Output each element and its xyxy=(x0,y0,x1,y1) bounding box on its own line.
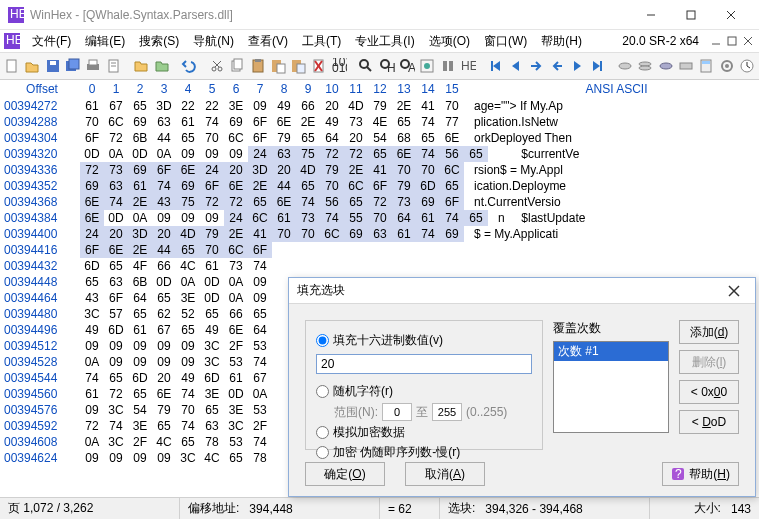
hex-byte[interactable]: 6D xyxy=(416,178,440,194)
hex-byte[interactable]: 0D xyxy=(200,290,224,306)
hex-byte[interactable]: 6D xyxy=(80,258,104,274)
hex-row[interactable]: 003944326D654F664C617374 xyxy=(4,258,759,274)
hex-byte[interactable]: 6C xyxy=(224,130,248,146)
menu-search[interactable]: 搜索(S) xyxy=(133,31,185,52)
hex-byte[interactable]: 79 xyxy=(272,130,296,146)
hex-byte[interactable]: 3C xyxy=(80,306,104,322)
hex-byte[interactable]: 61 xyxy=(272,210,296,226)
hex-byte[interactable]: 53 xyxy=(248,338,272,354)
folder1-icon[interactable] xyxy=(133,56,149,76)
hex-byte[interactable]: 79 xyxy=(368,98,392,114)
hex-byte[interactable]: 61 xyxy=(128,322,152,338)
hex-byte[interactable]: 61 xyxy=(80,98,104,114)
hex-byte[interactable]: 65 xyxy=(296,178,320,194)
range-from-input[interactable] xyxy=(382,403,412,421)
radio-enc[interactable]: 加密 伪随即序列数-慢(r) xyxy=(316,444,532,461)
hex-byte[interactable]: 20 xyxy=(152,226,176,242)
menu-protools[interactable]: 专业工具(I) xyxy=(349,31,420,52)
hex-byte[interactable]: 0A xyxy=(80,434,104,450)
hex-byte[interactable]: 0A xyxy=(80,354,104,370)
hex-byte[interactable]: 70 xyxy=(416,162,440,178)
hex-byte[interactable]: 24 xyxy=(224,210,248,226)
hex-byte[interactable]: 74 xyxy=(104,418,128,434)
hex-byte[interactable]: 2E xyxy=(248,178,272,194)
hex-byte[interactable]: 09 xyxy=(248,98,272,114)
hex-byte[interactable]: 74 xyxy=(80,370,104,386)
hex-byte[interactable]: 6F xyxy=(368,178,392,194)
hex-byte[interactable]: 6F xyxy=(440,194,464,210)
hex-byte[interactable]: 70 xyxy=(440,98,464,114)
hex-byte[interactable]: 61 xyxy=(176,114,200,130)
print-icon[interactable] xyxy=(85,56,101,76)
hex-byte[interactable]: 74 xyxy=(416,226,440,242)
hex-row[interactable]: 003943200D0A0D0A0909092463757272656E7456… xyxy=(4,146,759,162)
hex-byte[interactable]: 69 xyxy=(80,178,104,194)
hex-row[interactable]: 0039435269636174696F6E2E4465706C6F796D65… xyxy=(4,178,759,194)
hex-byte[interactable]: 09 xyxy=(152,450,176,466)
hex-byte[interactable]: 69 xyxy=(128,114,152,130)
gear-icon[interactable] xyxy=(718,56,734,76)
hex-byte[interactable]: 54 xyxy=(128,402,152,418)
hex-ascii[interactable]: $currentVe xyxy=(488,146,579,162)
hex-byte[interactable]: 44 xyxy=(272,178,296,194)
hex-byte[interactable]: 65 xyxy=(152,418,176,434)
hex-byte[interactable]: 24 xyxy=(200,162,224,178)
hex-ascii[interactable]: plication.IsNetw xyxy=(464,114,558,130)
hex-byte[interactable]: 6E xyxy=(392,146,416,162)
hex-byte[interactable]: 68 xyxy=(392,130,416,146)
hex-byte[interactable]: 3E xyxy=(224,402,248,418)
hex-ascii[interactable]: age=""> If My.Ap xyxy=(464,98,563,114)
hex-byte[interactable]: 20 xyxy=(272,162,296,178)
hex-byte[interactable]: 0A xyxy=(152,146,176,162)
hex-byte[interactable]: 65 xyxy=(248,306,272,322)
hex-byte[interactable]: 3C xyxy=(104,434,128,450)
hex-byte[interactable]: 67 xyxy=(152,322,176,338)
folder2-icon[interactable] xyxy=(154,56,170,76)
hex-ascii[interactable]: rsion$ = My.Appl xyxy=(464,162,563,178)
hex-byte[interactable]: 20 xyxy=(320,98,344,114)
hex-byte[interactable]: 55 xyxy=(344,210,368,226)
hex-byte[interactable]: 65 xyxy=(368,146,392,162)
hex-byte[interactable]: 3C xyxy=(224,418,248,434)
hex-byte[interactable]: 49 xyxy=(200,322,224,338)
hex-byte[interactable]: 54 xyxy=(368,130,392,146)
paste2-icon[interactable] xyxy=(290,56,306,76)
hex-byte[interactable]: 78 xyxy=(200,434,224,450)
hex-byte[interactable]: 0A xyxy=(224,290,248,306)
hex-byte[interactable]: 74 xyxy=(248,258,272,274)
hex-byte[interactable]: 6E xyxy=(152,386,176,402)
radio-enc-input[interactable] xyxy=(316,446,329,459)
hex-byte[interactable]: 6C xyxy=(320,226,344,242)
hex-byte[interactable]: 49 xyxy=(176,370,200,386)
delete-icon[interactable] xyxy=(310,56,326,76)
passes-listbox[interactable]: 次数 #1 xyxy=(553,341,669,433)
hex-byte[interactable]: 4D xyxy=(344,98,368,114)
hex-byte[interactable]: 65 xyxy=(248,194,272,210)
save-all-icon[interactable] xyxy=(65,56,81,76)
hex-byte[interactable]: 72 xyxy=(80,162,104,178)
hex-byte[interactable]: 72 xyxy=(320,146,344,162)
hex-byte[interactable]: 74 xyxy=(176,386,200,402)
hex-byte[interactable]: 65 xyxy=(200,306,224,322)
hex-byte[interactable]: 6E xyxy=(104,242,128,258)
binary-icon[interactable]: 101010 xyxy=(331,56,347,76)
findhex-icon[interactable]: HEX xyxy=(379,56,395,76)
hex-byte[interactable]: 72 xyxy=(104,130,128,146)
hex-byte[interactable]: 09 xyxy=(128,354,152,370)
hex-byte[interactable]: 2F xyxy=(128,434,152,450)
hex-byte[interactable]: 65 xyxy=(176,322,200,338)
hex-byte[interactable]: 09 xyxy=(224,146,248,162)
hex-byte[interactable]: 70 xyxy=(200,130,224,146)
radio-random[interactable]: 随机字符(r) xyxy=(316,383,532,400)
hex-byte[interactable]: 64 xyxy=(128,290,152,306)
hex-byte[interactable]: 61 xyxy=(224,370,248,386)
hex-row[interactable]: 00394288706C69636174696F6E2E49734E657477… xyxy=(4,114,759,130)
hex-byte[interactable]: 72 xyxy=(344,146,368,162)
hex-byte[interactable]: 0D xyxy=(200,274,224,290)
hex-byte[interactable]: 70 xyxy=(368,210,392,226)
hex-byte[interactable]: 65 xyxy=(296,130,320,146)
hex-byte[interactable]: 65 xyxy=(128,306,152,322)
hex-byte[interactable]: 6D xyxy=(104,322,128,338)
hex-byte[interactable]: 69 xyxy=(128,162,152,178)
hex-byte[interactable]: 66 xyxy=(224,306,248,322)
